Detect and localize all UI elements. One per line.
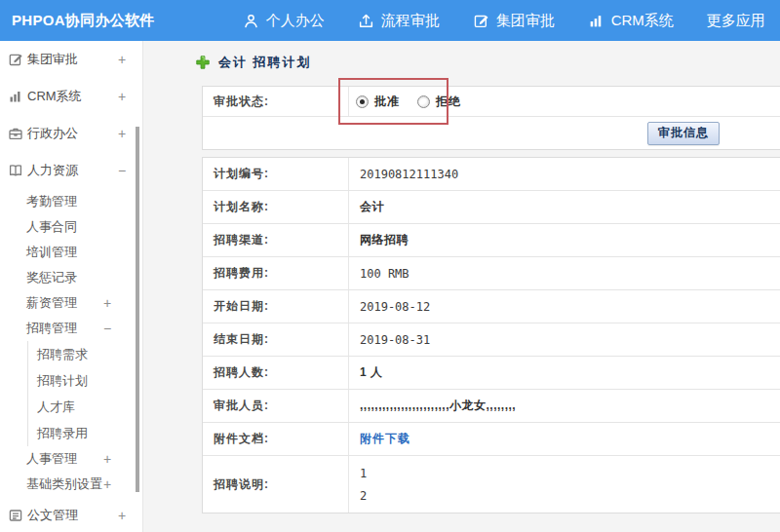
radio-icon xyxy=(356,95,369,108)
main-content: 会计 招聘计划 审批状态: 批准拒绝 审批信息 计划编号:20190812111… xyxy=(143,41,780,532)
sidebar-item-label: 薪资管理 xyxy=(26,294,77,312)
expand-icon[interactable]: + xyxy=(103,451,111,467)
sidebar-item-label: 招聘计划 xyxy=(37,372,88,390)
field-value: 20190812111340 xyxy=(349,158,780,190)
form-row-attachment: 附件文档:附件下载 xyxy=(203,423,780,456)
sidebar-item-admin-office[interactable]: 行政办公+ xyxy=(0,115,142,152)
radio-icon xyxy=(417,95,430,108)
sidebar-item-label: 行政办公 xyxy=(27,125,78,142)
sidebar-item-talent-pool[interactable]: 人才库 xyxy=(0,394,142,420)
form-row-cost: 招聘费用:100 RMB xyxy=(203,257,780,290)
sidebar-item-label: 人力资源 xyxy=(27,162,78,179)
sidebar-item-label: 公文管理 xyxy=(27,507,78,524)
document-icon xyxy=(8,508,23,523)
expand-icon[interactable]: + xyxy=(103,476,111,492)
field-label: 招聘渠道: xyxy=(203,224,349,256)
radio-label: 批准 xyxy=(374,94,400,110)
topbar-item-personal-office[interactable]: 个人办公 xyxy=(237,0,331,41)
sidebar-item-salary[interactable]: 薪资管理+ xyxy=(0,290,142,316)
chart-icon xyxy=(8,89,23,104)
field-value: 会计 xyxy=(349,191,780,223)
form-row-headcount: 招聘人数:1 人 xyxy=(203,357,780,390)
sidebar-item-label: 人才库 xyxy=(37,399,75,416)
sidebar-item-recruitment[interactable]: 招聘管理− xyxy=(0,316,142,341)
sidebar-item-hr-contract[interactable]: 人事合同 xyxy=(0,214,142,240)
field-value: 100 RMB xyxy=(349,257,780,289)
sidebar: 集团审批+CRM系统+行政办公+人力资源−考勤管理人事合同培训管理奖惩记录薪资管… xyxy=(0,41,143,532)
topbar-nav: 个人办公流程审批集团审批CRM系统更多应用 xyxy=(237,0,780,41)
collapse-icon[interactable]: − xyxy=(103,321,111,336)
sidebar-item-recruit-plan[interactable]: 招聘计划 xyxy=(0,367,142,394)
sidebar-item-hr[interactable]: 人力资源− xyxy=(0,152,142,189)
sidebar-item-label: 招聘录用 xyxy=(37,425,88,442)
expand-icon[interactable]: + xyxy=(103,295,111,311)
topbar-item-process-approval[interactable]: 流程审批 xyxy=(352,0,446,41)
sidebar-item-recruit-demand[interactable]: 招聘需求 xyxy=(0,341,142,367)
sidebar-item-attendance[interactable]: 考勤管理 xyxy=(0,189,142,214)
form-row-approval-status: 审批状态: 批准拒绝 xyxy=(203,87,780,117)
page-header: 会计 招聘计划 xyxy=(143,41,780,71)
expand-icon[interactable]: + xyxy=(118,89,126,104)
chart-icon xyxy=(588,13,604,29)
sidebar-item-official-doc[interactable]: 公文管理+ xyxy=(0,497,142,532)
field-value: 2019-08-12 xyxy=(349,290,780,323)
sidebar-item-label: 人事管理 xyxy=(26,450,77,468)
form-row-start-date: 开始日期:2019-08-12 xyxy=(203,290,780,323)
form-row-approval-button: 审批信息 xyxy=(203,117,780,149)
form-row-approvers: 审批人员:,,,,,,,,,,,,,,,,,,,,,,,,小龙女,,,,,,,, xyxy=(203,390,780,423)
topbar-item-label: 个人办公 xyxy=(266,12,325,30)
form-row-channel: 招聘渠道:网络招聘 xyxy=(203,224,780,257)
user-icon xyxy=(243,13,259,29)
plus-icon xyxy=(195,55,211,70)
form-row-plan-no: 计划编号:20190812111340 xyxy=(203,158,780,191)
field-label: 附件文档: xyxy=(203,423,349,455)
topbar-item-label: 集团审批 xyxy=(496,12,555,30)
field-value: 附件下载 xyxy=(349,423,780,455)
field-label: 结束日期: xyxy=(203,323,349,356)
field-label: 招聘费用: xyxy=(203,257,349,289)
book-icon xyxy=(8,163,23,178)
sidebar-item-label: 集团审批 xyxy=(27,51,78,68)
app-logo: PHPOA协同办公软件 xyxy=(12,12,155,30)
description-line: 2 xyxy=(360,485,367,507)
sidebar-item-reward-punishment[interactable]: 奖惩记录 xyxy=(0,265,142,290)
radio-label: 拒绝 xyxy=(436,94,461,110)
expand-icon[interactable]: + xyxy=(118,52,126,67)
sidebar-item-label: 人事合同 xyxy=(26,218,77,236)
collapse-icon[interactable]: − xyxy=(118,163,126,178)
topbar-item-crm[interactable]: CRM系统 xyxy=(582,0,680,41)
sidebar-item-group-approval[interactable]: 集团审批+ xyxy=(0,41,142,78)
sidebar-item-label: 招聘需求 xyxy=(37,346,88,363)
topbar-item-label: CRM系统 xyxy=(611,12,674,30)
approval-radio-reject[interactable]: 拒绝 xyxy=(417,94,461,110)
topbar: PHPOA协同办公软件 个人办公流程审批集团审批CRM系统更多应用 xyxy=(0,0,780,41)
process-icon xyxy=(358,13,374,29)
field-value: 1 人 xyxy=(349,357,780,389)
sidebar-item-label: 基础类别设置 xyxy=(26,475,102,493)
sidebar-item-base-category[interactable]: 基础类别设置+ xyxy=(0,472,142,497)
page-title: 会计 招聘计划 xyxy=(218,54,312,71)
sidebar-scrollbar[interactable] xyxy=(136,127,139,492)
field-value: 网络招聘 xyxy=(349,224,780,256)
approval-status-radio-group: 批准拒绝 xyxy=(349,87,780,116)
sidebar-item-crm[interactable]: CRM系统+ xyxy=(0,78,142,115)
field-value: 12 xyxy=(349,456,780,513)
briefcase-icon xyxy=(8,126,23,141)
sidebar-item-training[interactable]: 培训管理 xyxy=(0,240,142,265)
sidebar-item-label: 招聘管理 xyxy=(26,320,77,337)
topbar-item-group-approval[interactable]: 集团审批 xyxy=(467,0,561,41)
approval-panel: 审批状态: 批准拒绝 审批信息 xyxy=(202,86,780,150)
topbar-item-label: 流程审批 xyxy=(381,12,440,30)
edit-icon xyxy=(8,52,23,67)
expand-icon[interactable]: + xyxy=(118,508,126,523)
approval-info-button[interactable]: 审批信息 xyxy=(647,122,720,145)
expand-icon[interactable]: + xyxy=(118,126,126,141)
topbar-item-more-apps[interactable]: 更多应用 xyxy=(701,0,780,41)
approval-radio-approve[interactable]: 批准 xyxy=(356,94,400,110)
field-label: 招聘说明: xyxy=(203,456,349,513)
attachment-download-link[interactable]: 附件下载 xyxy=(360,431,410,447)
sidebar-item-recruit-hire[interactable]: 招聘录用 xyxy=(0,420,142,446)
sidebar-item-label: 培训管理 xyxy=(26,244,77,261)
app-window: PHPOA协同办公软件 个人办公流程审批集团审批CRM系统更多应用 集团审批+C… xyxy=(0,0,780,532)
sidebar-item-personnel[interactable]: 人事管理+ xyxy=(0,446,142,472)
